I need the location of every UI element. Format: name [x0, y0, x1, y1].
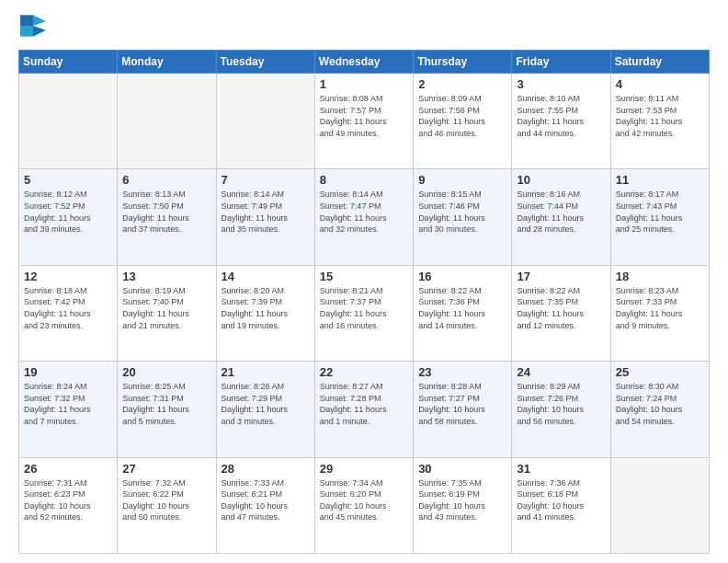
- day-number: 20: [122, 365, 210, 379]
- day-info: Sunrise: 8:24 AM Sunset: 7:32 PM Dayligh…: [24, 381, 112, 427]
- day-number: 4: [616, 77, 704, 91]
- calendar-cell: 27Sunrise: 7:32 AM Sunset: 6:22 PM Dayli…: [118, 457, 216, 553]
- day-info: Sunrise: 8:29 AM Sunset: 7:26 PM Dayligh…: [517, 381, 605, 427]
- calendar-week-4: 19Sunrise: 8:24 AM Sunset: 7:32 PM Dayli…: [19, 362, 710, 457]
- day-number: 8: [320, 173, 408, 187]
- weekday-header-thursday: Thursday: [414, 51, 512, 74]
- calendar-week-1: 1Sunrise: 8:08 AM Sunset: 7:57 PM Daylig…: [19, 74, 710, 169]
- day-number: 14: [222, 270, 310, 283]
- calendar-cell: 29Sunrise: 7:34 AM Sunset: 6:20 PM Dayli…: [314, 457, 413, 553]
- day-number: 18: [616, 270, 704, 283]
- calendar-week-2: 5Sunrise: 8:12 AM Sunset: 7:52 PM Daylig…: [19, 169, 710, 265]
- day-info: Sunrise: 8:19 AM Sunset: 7:40 PM Dayligh…: [122, 285, 210, 331]
- day-info: Sunrise: 8:15 AM Sunset: 7:46 PM Dayligh…: [418, 189, 506, 235]
- day-number: 3: [517, 77, 605, 91]
- calendar-cell: 12Sunrise: 8:18 AM Sunset: 7:42 PM Dayli…: [19, 265, 118, 361]
- weekday-header-friday: Friday: [512, 51, 610, 74]
- page: SundayMondayTuesdayWednesdayThursdayFrid…: [0, 0, 728, 563]
- day-info: Sunrise: 8:30 AM Sunset: 7:24 PM Dayligh…: [616, 381, 704, 427]
- day-info: Sunrise: 8:28 AM Sunset: 7:27 PM Dayligh…: [418, 381, 506, 427]
- day-number: 22: [320, 365, 408, 379]
- day-info: Sunrise: 8:14 AM Sunset: 7:49 PM Dayligh…: [222, 189, 310, 235]
- weekday-header-wednesday: Wednesday: [314, 51, 413, 74]
- day-info: Sunrise: 8:09 AM Sunset: 7:56 PM Dayligh…: [418, 93, 506, 139]
- logo-block: [18, 15, 46, 40]
- day-number: 7: [222, 173, 310, 187]
- calendar-cell: 14Sunrise: 8:20 AM Sunset: 7:39 PM Dayli…: [216, 265, 314, 361]
- calendar-cell: 2Sunrise: 8:09 AM Sunset: 7:56 PM Daylig…: [414, 74, 512, 169]
- weekday-header-tuesday: Tuesday: [216, 51, 314, 74]
- calendar-cell: 21Sunrise: 8:26 AM Sunset: 7:29 PM Dayli…: [216, 362, 314, 457]
- calendar-cell: [216, 74, 314, 169]
- day-info: Sunrise: 8:08 AM Sunset: 7:57 PM Dayligh…: [320, 93, 408, 139]
- day-number: 30: [418, 462, 506, 476]
- day-info: Sunrise: 7:35 AM Sunset: 6:19 PM Dayligh…: [418, 477, 506, 523]
- day-info: Sunrise: 7:32 AM Sunset: 6:22 PM Dayligh…: [122, 477, 210, 523]
- svg-marker-2: [33, 15, 46, 26]
- calendar-cell: 11Sunrise: 8:17 AM Sunset: 7:43 PM Dayli…: [610, 169, 709, 265]
- day-info: Sunrise: 7:36 AM Sunset: 6:18 PM Dayligh…: [517, 477, 605, 523]
- day-info: Sunrise: 8:16 AM Sunset: 7:44 PM Dayligh…: [517, 189, 605, 235]
- day-number: 21: [222, 365, 310, 379]
- calendar-week-3: 12Sunrise: 8:18 AM Sunset: 7:42 PM Dayli…: [19, 265, 710, 361]
- calendar-cell: 5Sunrise: 8:12 AM Sunset: 7:52 PM Daylig…: [19, 169, 118, 265]
- day-info: Sunrise: 8:18 AM Sunset: 7:42 PM Dayligh…: [24, 285, 112, 331]
- day-info: Sunrise: 8:26 AM Sunset: 7:29 PM Dayligh…: [222, 381, 310, 427]
- calendar-cell: 15Sunrise: 8:21 AM Sunset: 7:37 PM Dayli…: [314, 265, 413, 361]
- svg-rect-0: [20, 15, 33, 26]
- day-info: Sunrise: 8:10 AM Sunset: 7:55 PM Dayligh…: [517, 93, 605, 139]
- day-number: 1: [320, 77, 408, 91]
- day-number: 31: [517, 462, 605, 476]
- logo: [18, 15, 50, 40]
- calendar-cell: 4Sunrise: 8:11 AM Sunset: 7:53 PM Daylig…: [610, 74, 709, 169]
- day-info: Sunrise: 8:27 AM Sunset: 7:28 PM Dayligh…: [320, 381, 408, 427]
- day-number: 29: [320, 462, 408, 476]
- day-number: 23: [418, 365, 506, 379]
- svg-marker-3: [33, 26, 46, 37]
- calendar-cell: 20Sunrise: 8:25 AM Sunset: 7:31 PM Dayli…: [118, 362, 216, 457]
- day-number: 26: [24, 462, 112, 476]
- day-info: Sunrise: 8:14 AM Sunset: 7:47 PM Dayligh…: [320, 189, 408, 235]
- day-info: Sunrise: 7:31 AM Sunset: 6:23 PM Dayligh…: [24, 477, 112, 523]
- weekday-header-saturday: Saturday: [610, 51, 709, 74]
- calendar-cell: 10Sunrise: 8:16 AM Sunset: 7:44 PM Dayli…: [512, 169, 610, 265]
- calendar-cell: 31Sunrise: 7:36 AM Sunset: 6:18 PM Dayli…: [512, 457, 610, 553]
- calendar-cell: 3Sunrise: 8:10 AM Sunset: 7:55 PM Daylig…: [512, 74, 610, 169]
- day-info: Sunrise: 7:33 AM Sunset: 6:21 PM Dayligh…: [222, 477, 310, 523]
- day-info: Sunrise: 8:22 AM Sunset: 7:36 PM Dayligh…: [418, 285, 506, 331]
- calendar-cell: 24Sunrise: 8:29 AM Sunset: 7:26 PM Dayli…: [512, 362, 610, 457]
- day-number: 19: [24, 365, 112, 379]
- day-info: Sunrise: 8:21 AM Sunset: 7:37 PM Dayligh…: [320, 285, 408, 331]
- day-info: Sunrise: 8:25 AM Sunset: 7:31 PM Dayligh…: [122, 381, 210, 427]
- day-number: 12: [24, 270, 112, 283]
- weekday-header-sunday: Sunday: [19, 51, 118, 74]
- calendar-cell: 6Sunrise: 8:13 AM Sunset: 7:50 PM Daylig…: [118, 169, 216, 265]
- calendar-table: SundayMondayTuesdayWednesdayThursdayFrid…: [18, 50, 710, 554]
- day-info: Sunrise: 7:34 AM Sunset: 6:20 PM Dayligh…: [320, 477, 408, 523]
- day-number: 25: [616, 365, 704, 379]
- calendar-cell: 22Sunrise: 8:27 AM Sunset: 7:28 PM Dayli…: [314, 362, 413, 457]
- calendar-cell: 13Sunrise: 8:19 AM Sunset: 7:40 PM Dayli…: [118, 265, 216, 361]
- calendar-cell: 16Sunrise: 8:22 AM Sunset: 7:36 PM Dayli…: [414, 265, 512, 361]
- day-number: 13: [122, 270, 210, 283]
- day-number: 2: [418, 77, 506, 91]
- day-number: 15: [320, 270, 408, 283]
- calendar-cell: 17Sunrise: 8:22 AM Sunset: 7:35 PM Dayli…: [512, 265, 610, 361]
- calendar-cell: [118, 74, 216, 169]
- day-info: Sunrise: 8:13 AM Sunset: 7:50 PM Dayligh…: [122, 189, 210, 235]
- weekday-header-row: SundayMondayTuesdayWednesdayThursdayFrid…: [19, 51, 710, 74]
- calendar-week-5: 26Sunrise: 7:31 AM Sunset: 6:23 PM Dayli…: [19, 457, 710, 553]
- calendar-cell: 9Sunrise: 8:15 AM Sunset: 7:46 PM Daylig…: [414, 169, 512, 265]
- day-number: 6: [122, 173, 210, 187]
- calendar-cell: 26Sunrise: 7:31 AM Sunset: 6:23 PM Dayli…: [19, 457, 118, 553]
- day-number: 27: [122, 462, 210, 476]
- day-number: 5: [24, 173, 112, 187]
- day-info: Sunrise: 8:23 AM Sunset: 7:33 PM Dayligh…: [616, 285, 704, 331]
- day-number: 17: [517, 270, 605, 283]
- calendar-cell: 19Sunrise: 8:24 AM Sunset: 7:32 PM Dayli…: [19, 362, 118, 457]
- logo-icon: [20, 15, 46, 37]
- calendar-cell: [19, 74, 118, 169]
- calendar-cell: 23Sunrise: 8:28 AM Sunset: 7:27 PM Dayli…: [414, 362, 512, 457]
- svg-rect-1: [20, 26, 33, 37]
- calendar-cell: 30Sunrise: 7:35 AM Sunset: 6:19 PM Dayli…: [414, 457, 512, 553]
